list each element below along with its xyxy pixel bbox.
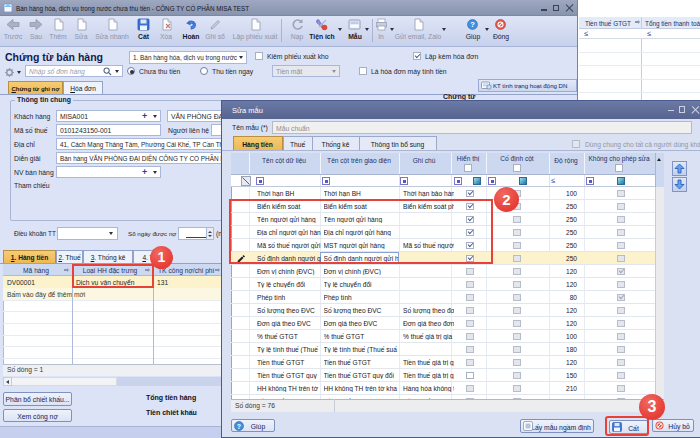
svg-text:?: ? xyxy=(470,20,475,29)
svg-text:?: ? xyxy=(237,422,241,429)
